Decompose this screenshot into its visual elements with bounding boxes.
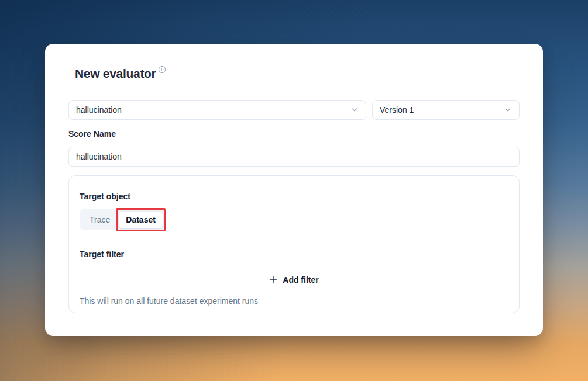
evaluator-select-value: hallucination — [76, 105, 122, 115]
target-config-card: Target object Trace Dataset Target filte… — [68, 175, 520, 313]
dataset-run-note: This will run on all future dataset expe… — [80, 296, 508, 306]
dialog-header: New evaluator i — [75, 67, 520, 81]
new-evaluator-dialog: New evaluator i hallucination Version 1 … — [45, 44, 543, 336]
target-object-tabs: Trace Dataset — [80, 209, 165, 230]
tab-dataset[interactable]: Dataset — [118, 211, 163, 228]
add-filter-button[interactable]: Add filter — [264, 273, 323, 287]
selects-row: hallucination Version 1 — [68, 100, 520, 120]
plus-icon — [269, 276, 277, 284]
score-name-label: Score Name — [68, 129, 520, 138]
header-divider — [68, 92, 520, 92]
score-name-input[interactable] — [68, 147, 520, 167]
info-icon[interactable]: i — [159, 66, 166, 73]
version-select-value: Version 1 — [380, 105, 414, 115]
version-select[interactable]: Version 1 — [372, 100, 520, 120]
tab-trace[interactable]: Trace — [81, 211, 118, 228]
target-object-label: Target object — [80, 192, 508, 201]
chevron-down-icon — [350, 106, 359, 114]
tab-dataset-wrap: Dataset — [118, 211, 163, 228]
chevron-down-icon — [504, 106, 512, 114]
add-filter-label: Add filter — [283, 275, 318, 285]
add-filter-row: Add filter — [80, 273, 508, 287]
page-title: New evaluator — [75, 67, 156, 81]
target-filter-label: Target filter — [80, 250, 508, 259]
evaluator-select[interactable]: hallucination — [68, 100, 366, 120]
